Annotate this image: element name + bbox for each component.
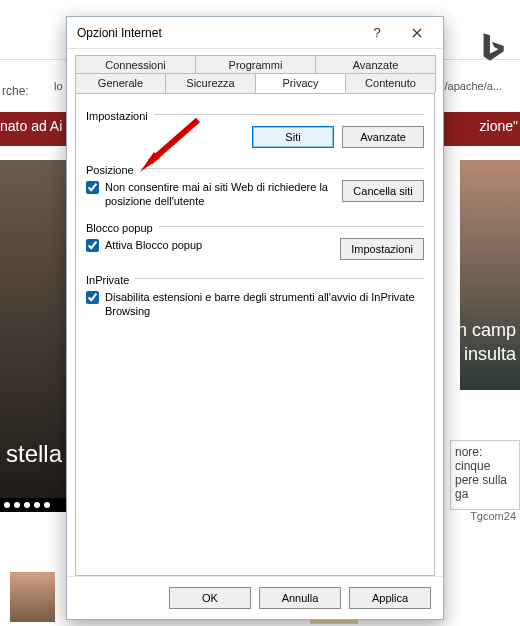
tab-contenuto[interactable]: Contenuto bbox=[345, 73, 436, 93]
caption-stella: stella bbox=[6, 440, 62, 468]
group-blocco-label: Blocco popup bbox=[86, 222, 153, 234]
posizione-checkbox-label: Non consentire mai ai siti Web di richie… bbox=[105, 180, 334, 208]
blocco-checkbox-label: Attiva Blocco popup bbox=[105, 238, 202, 252]
close-button[interactable] bbox=[397, 19, 437, 47]
search-fragment: lo bbox=[54, 80, 63, 92]
tabstrip: Connessioni Programmi Avanzate Generale … bbox=[67, 49, 443, 93]
caption-right-2: i insulta bbox=[455, 344, 516, 365]
help-button[interactable]: ? bbox=[357, 19, 397, 47]
blocco-impostazioni-button[interactable]: Impostazioni bbox=[340, 238, 424, 260]
group-impostazioni-label: Impostazioni bbox=[86, 110, 148, 122]
news-card-1: nore: cinque pere sulla ga bbox=[450, 440, 520, 510]
applica-button[interactable]: Applica bbox=[349, 587, 431, 609]
dialog-button-row: OK Annulla Applica bbox=[67, 576, 443, 619]
bing-icon bbox=[474, 30, 508, 64]
close-icon bbox=[412, 28, 422, 38]
inprivate-checkbox-label: Disabilita estensioni e barre degli stru… bbox=[105, 290, 424, 318]
group-posizione-label: Posizione bbox=[86, 164, 134, 176]
siti-button[interactable]: Siti bbox=[252, 126, 334, 148]
tab-sicurezza[interactable]: Sicurezza bbox=[165, 73, 256, 93]
blocco-checkbox[interactable] bbox=[86, 239, 99, 252]
avanzate-button[interactable]: Avanzate bbox=[342, 126, 424, 148]
news-tag: Tgcom24 bbox=[470, 510, 516, 522]
tab-connessioni[interactable]: Connessioni bbox=[75, 55, 196, 74]
caption-right-1: in camp bbox=[453, 320, 516, 341]
cancella-siti-button[interactable]: Cancella siti bbox=[342, 180, 424, 202]
titlebar: Opzioni Internet ? bbox=[67, 17, 443, 49]
headline-right: zione" bbox=[480, 118, 518, 134]
internet-options-dialog: Opzioni Internet ? Connessioni Programmi… bbox=[66, 16, 444, 620]
group-inprivate-label: InPrivate bbox=[86, 274, 129, 286]
posizione-checkbox[interactable] bbox=[86, 181, 99, 194]
annulla-button[interactable]: Annulla bbox=[259, 587, 341, 609]
dialog-title: Opzioni Internet bbox=[77, 26, 357, 40]
headline-left: nato ad Ai bbox=[0, 118, 62, 134]
tab-generale[interactable]: Generale bbox=[75, 73, 166, 93]
inprivate-checkbox[interactable] bbox=[86, 291, 99, 304]
search-label: rche: bbox=[2, 84, 29, 98]
tab-programmi[interactable]: Programmi bbox=[195, 55, 316, 74]
tab-privacy[interactable]: Privacy bbox=[255, 73, 346, 93]
tab-avanzate[interactable]: Avanzate bbox=[315, 55, 436, 74]
url-fragment: /apache/a... bbox=[445, 80, 503, 92]
tab-body-privacy: Impostazioni Siti Avanzate Posizione Non… bbox=[75, 93, 435, 576]
ok-button[interactable]: OK bbox=[169, 587, 251, 609]
